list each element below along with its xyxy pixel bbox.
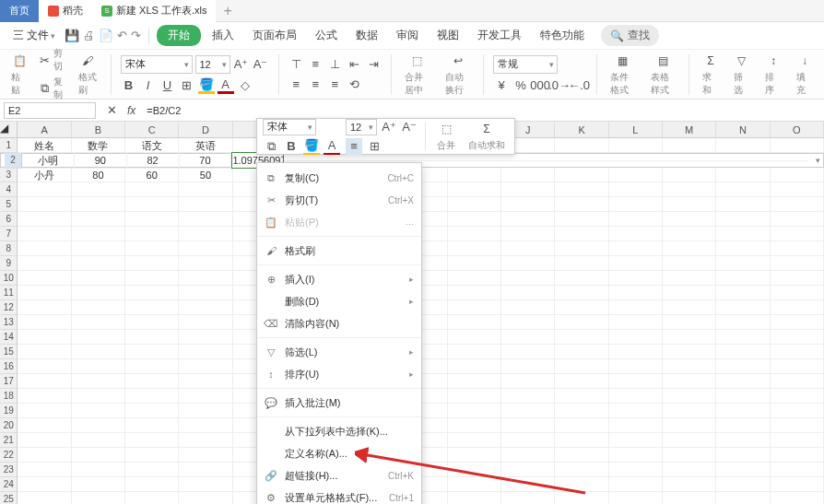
mini-size-select[interactable]: 12 (346, 119, 377, 135)
comma-icon[interactable]: 000 (532, 77, 548, 94)
mini-fillcolor-icon[interactable]: 🪣 (303, 138, 320, 155)
align-right-icon[interactable]: ≡ (326, 76, 343, 93)
ctx-delete[interactable]: 删除(D)▸ (257, 290, 421, 312)
indent-dec-icon[interactable]: ⇤ (346, 56, 362, 73)
align-center-icon[interactable]: ≡ (307, 76, 324, 93)
mini-decfont-icon[interactable]: A⁻ (401, 119, 418, 135)
row-header[interactable]: 21 (0, 433, 18, 448)
ctx-comment[interactable]: 💬插入批注(M) (257, 392, 421, 414)
row-header[interactable]: 12 (0, 300, 18, 315)
row-header[interactable]: 14 (0, 330, 18, 345)
row-header[interactable]: 6 (0, 212, 18, 227)
row-header[interactable]: 19 (0, 404, 18, 418)
row-header[interactable]: 18 (0, 389, 18, 404)
cellstyle-group[interactable]: ▤表格样式 (647, 53, 680, 97)
row-header[interactable]: 25 (0, 492, 18, 504)
menu-dev[interactable]: 开发工具 (470, 25, 529, 46)
ctx-copy[interactable]: ⧉复制(C)Ctrl+C (257, 167, 421, 189)
merge-group[interactable]: ⬚合并居中 (401, 53, 434, 97)
ctx-cellformat[interactable]: ⚙设置单元格格式(F)...Ctrl+1 (257, 486, 421, 504)
align-mid-icon[interactable]: ≡ (307, 56, 324, 73)
indent-inc-icon[interactable]: ⇥ (365, 56, 382, 73)
col-header-K[interactable]: K (555, 122, 608, 138)
fill-group[interactable]: ↓填充 (793, 53, 817, 97)
row-header[interactable]: 5 (0, 197, 18, 212)
decimal-inc-icon[interactable]: .0→ (551, 77, 568, 94)
ctx-clear[interactable]: ⌫清除内容(N) (257, 312, 421, 334)
cancel-formula-icon[interactable]: ✕ (103, 102, 120, 119)
sum-group[interactable]: Σ求和 (699, 53, 723, 97)
mini-border-icon[interactable]: ⊞ (366, 138, 383, 155)
mini-bold-icon[interactable]: B (283, 138, 300, 155)
row-header[interactable]: 13 (0, 315, 18, 330)
fx-icon[interactable]: fx (127, 104, 135, 117)
row-header[interactable]: 2 (5, 153, 22, 169)
col-header-L[interactable]: L (609, 122, 663, 138)
col-header-M[interactable]: M (663, 122, 716, 138)
mini-merge-group[interactable]: ⬚合并 (433, 121, 459, 152)
search-button[interactable]: 🔍查找 (601, 25, 659, 46)
tab-daoke[interactable]: 稻壳 (39, 0, 92, 22)
undo-icon[interactable]: ↶ (117, 29, 127, 42)
align-left-icon[interactable]: ≡ (288, 76, 304, 93)
border-icon[interactable]: ⊞ (179, 77, 195, 94)
mini-sum-group[interactable]: Σ自动求和 (465, 121, 509, 152)
row-header[interactable]: 16 (0, 359, 18, 374)
col-header-N[interactable]: N (716, 122, 770, 138)
percent-icon[interactable]: % (512, 77, 529, 94)
fillcolor-icon[interactable]: 🪣 (198, 77, 215, 94)
clearfmt-icon[interactable]: ◇ (237, 77, 253, 94)
align-top-icon[interactable]: ⊤ (288, 56, 304, 73)
row-header[interactable]: 17 (0, 374, 18, 389)
row-header[interactable]: 1 (0, 138, 18, 153)
font-select[interactable]: 宋体 (121, 55, 193, 74)
menu-feature[interactable]: 特色功能 (533, 25, 592, 46)
ctx-dropdown[interactable]: 从下拉列表中选择(K)... (257, 420, 421, 442)
italic-icon[interactable]: I (140, 77, 157, 94)
ctx-insert[interactable]: ⊕插入(I)▸ (257, 268, 421, 290)
decimal-dec-icon[interactable]: ←.0 (571, 77, 587, 94)
row-header[interactable]: 3 (0, 168, 18, 182)
select-all-corner[interactable]: ◢ (0, 122, 18, 138)
filter-group[interactable]: ▽筛选 (730, 53, 754, 97)
col-header-C[interactable]: C (125, 122, 179, 138)
orientation-icon[interactable]: ⟲ (346, 76, 362, 93)
menu-data[interactable]: 数据 (348, 25, 385, 46)
formula-input[interactable]: =B2/C2 (143, 105, 820, 116)
mini-incfont-icon[interactable]: A⁺ (381, 119, 397, 135)
new-tab-button[interactable]: + (223, 3, 231, 19)
preview-icon[interactable]: 📄 (99, 29, 113, 42)
row-header[interactable]: 10 (0, 271, 18, 286)
row-header[interactable]: 23 (0, 463, 18, 477)
condfmt-group[interactable]: ▦条件格式 (606, 53, 640, 97)
row-header[interactable]: 11 (0, 286, 18, 300)
mini-fontcolor-icon[interactable]: A (324, 138, 340, 155)
currency-icon[interactable]: ¥ (493, 77, 510, 94)
row-header[interactable]: 8 (0, 241, 18, 256)
row-header[interactable]: 15 (0, 345, 18, 359)
row-header[interactable]: 9 (0, 256, 18, 271)
decrease-font-icon[interactable]: A⁻ (253, 56, 269, 73)
tab-home[interactable]: 首页 (0, 0, 39, 22)
file-menu[interactable]: 三 文件▾ (7, 26, 61, 45)
copy-icon[interactable]: ⧉ (39, 80, 51, 97)
ctx-cut[interactable]: ✂剪切(T)Ctrl+X (257, 189, 421, 211)
underline-icon[interactable]: U (159, 77, 176, 94)
col-header-O[interactable]: O (771, 122, 824, 138)
mini-align-icon[interactable]: ≡ (346, 138, 362, 155)
col-header-A[interactable]: A (18, 122, 71, 138)
ctx-filter[interactable]: ▽筛选(L)▸ (257, 341, 421, 363)
col-header-B[interactable]: B (72, 122, 125, 138)
row-header[interactable]: 24 (0, 477, 18, 492)
mini-font-select[interactable]: 宋体 (263, 119, 316, 135)
increase-font-icon[interactable]: A⁺ (233, 56, 250, 73)
name-box[interactable]: E2 (4, 102, 96, 119)
sort-group[interactable]: ↕排序 (761, 53, 785, 97)
menu-review[interactable]: 审阅 (389, 25, 426, 46)
row-header[interactable]: 22 (0, 448, 18, 463)
mini-copy-icon[interactable]: ⧉ (263, 138, 279, 155)
fontsize-select[interactable]: 12 (195, 55, 230, 74)
menu-formula[interactable]: 公式 (308, 25, 345, 46)
save-icon[interactable]: 💾 (65, 29, 79, 42)
cut-icon[interactable]: ✂ (39, 52, 51, 68)
